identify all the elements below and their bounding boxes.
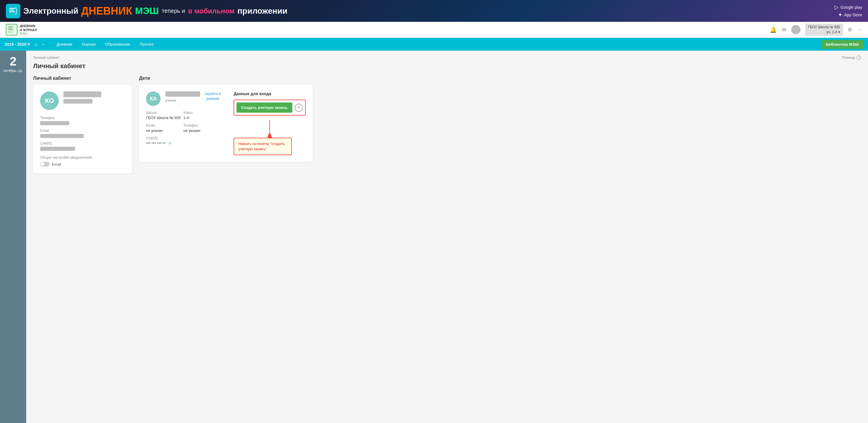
- snils-value-placeholder: [40, 147, 75, 151]
- diary-link[interactable]: перейти вдневник: [205, 91, 221, 101]
- home-icon[interactable]: ⌂: [34, 41, 37, 48]
- breadcrumb-text: Личный кабинет: [33, 56, 59, 60]
- bell-icon[interactable]: 🔔: [770, 26, 777, 33]
- child-info-grid: Школа ГБОУ Школа № 920 Класс 1-А Email н…: [146, 111, 221, 149]
- child-class-value: 1-А: [184, 116, 221, 120]
- school-info: ГБОУ Школа № 920 уч. 1-А ▾: [805, 24, 843, 36]
- nav: 2019 - 2020 ▾ ⌂ ← Дневник Оценки Образов…: [0, 38, 868, 51]
- help-icon: ?: [856, 55, 861, 60]
- google-play-icon: ▷: [835, 4, 839, 10]
- phone-value-placeholder: [40, 121, 69, 125]
- svg-text:МЭШ: МЭШ: [8, 31, 12, 33]
- toggle-row: Email: [40, 162, 125, 167]
- nav-other[interactable]: Прочее: [135, 38, 158, 51]
- toggle-knob: [40, 162, 44, 166]
- create-account-wrapper: Создать учетную запись ?: [234, 100, 306, 116]
- child-main-content: КА ученик перейти вдневник: [146, 91, 306, 155]
- banner-left: Электронный ДНЕВНИК МЭШ теперь и в мобил…: [6, 4, 287, 18]
- user-name-block: [63, 91, 125, 110]
- annotation-box: Нажать на кнопку "создать учетную запись…: [234, 138, 292, 155]
- main-content: Личный кабинет Помощь ? Личный кабинет Л…: [26, 51, 868, 423]
- question-button[interactable]: ?: [294, 104, 303, 112]
- svg-rect-1: [9, 9, 14, 10]
- cabinet-section-title: Личный кабинет: [33, 76, 132, 81]
- child-top: КА ученик перейти вдневник: [146, 91, 221, 106]
- class-label: уч. 1-А ▾: [808, 30, 840, 35]
- nav-grades[interactable]: Оценки: [77, 38, 100, 51]
- header-right: 🔔 ✉ ГБОУ Школа № 920 уч. 1-А ▾ ⚙ →: [770, 24, 862, 36]
- content-wrapper: 2 октябрь, ср. Личный кабинет Помощь ? Л…: [0, 51, 868, 423]
- child-snils-block: СНИЛС *** *** *** ** 👁: [146, 136, 184, 146]
- app-store-label: App Store: [844, 12, 862, 17]
- child-email-label: Email: [146, 123, 184, 128]
- child-snils-value: *** *** *** **: [146, 141, 165, 146]
- children-section-title: Дети: [139, 76, 313, 81]
- avatar: [791, 25, 801, 34]
- back-icon[interactable]: ←: [41, 41, 46, 48]
- arrow-line: [269, 120, 270, 132]
- svg-rect-3: [8, 27, 13, 27]
- exit-icon[interactable]: →: [857, 27, 862, 33]
- app-store-item[interactable]: ✦ App Store: [838, 12, 862, 18]
- child-email-block: Email не указан: [146, 123, 184, 133]
- annotation-container: Нажать на кнопку "создать учетную запись…: [234, 120, 306, 155]
- snils-label: СНИЛС: [40, 141, 125, 146]
- child-role: ученик: [165, 98, 200, 103]
- school-name: ГБОУ Школа № 920: [808, 25, 840, 30]
- banner: Электронный ДНЕВНИК МЭШ теперь и в мобил…: [0, 0, 868, 22]
- nav-education[interactable]: Образование: [100, 38, 135, 51]
- create-account-button[interactable]: Создать учетную запись: [237, 103, 292, 113]
- page-title: Личный кабинет: [33, 62, 861, 70]
- app-store-icon: ✦: [838, 12, 842, 18]
- svg-rect-0: [9, 8, 15, 9]
- notifications-section: Общие настройки уведомлений Email: [40, 156, 125, 167]
- sidebar: 2 октябрь, ср.: [0, 51, 26, 423]
- banner-text-mesh: МЭШ: [135, 5, 159, 16]
- google-play-item[interactable]: ▷ Google play: [835, 4, 862, 10]
- children-section: Дети КА ученик пе: [139, 76, 313, 173]
- notifications-label: Общие настройки уведомлений: [40, 156, 125, 160]
- sidebar-date: 2 октябрь, ср.: [3, 55, 23, 73]
- nav-year[interactable]: 2019 - 2020 ▾: [5, 42, 30, 47]
- banner-right: ▷ Google play ✦ App Store: [835, 4, 862, 18]
- child-phone-block: Телефон не указан: [184, 123, 221, 133]
- cabinet-top: КО: [40, 91, 125, 110]
- email-label: Email: [40, 129, 125, 133]
- help-label: Помощь: [842, 56, 855, 60]
- email-toggle[interactable]: [40, 162, 50, 167]
- two-col: Личный кабинет КО Телефон Email СНИЛС: [33, 76, 861, 173]
- help-link[interactable]: Помощь ?: [842, 55, 861, 60]
- nav-right: Библиотека МЭШ: [821, 40, 863, 49]
- logo-line2: И ЖУРНАЛ: [20, 28, 37, 32]
- library-button[interactable]: Библиотека МЭШ: [821, 40, 863, 49]
- child-left: КА ученик перейти вдневник: [146, 91, 221, 155]
- child-school-label: Школа: [146, 111, 184, 115]
- personal-cabinet-section: Личный кабинет КО Телефон Email СНИЛС: [33, 76, 132, 173]
- banner-text-electronic: Электронный: [23, 6, 78, 16]
- email-value-placeholder: [40, 134, 84, 138]
- breadcrumb: Личный кабинет Помощь ?: [33, 55, 861, 60]
- svg-rect-4: [8, 28, 12, 29]
- child-card: КА ученик перейти вдневник: [139, 84, 313, 162]
- nav-diary[interactable]: Дневник: [52, 38, 77, 51]
- gear-icon[interactable]: ⚙: [848, 27, 852, 33]
- banner-text-teper: теперь и: [162, 7, 185, 14]
- child-phone-label: Телефон: [184, 123, 221, 128]
- data-entry-title: Данные для входа: [234, 91, 306, 96]
- header: МЭШ ДНЕВНИК И ЖУРНАЛ МЭШ 🔔 ✉ ГБОУ Школа …: [0, 22, 868, 38]
- child-class-block: Класс 1-А: [184, 111, 221, 120]
- logo-text-block: ДНЕВНИК И ЖУРНАЛ МЭШ: [20, 24, 37, 35]
- child-school-block: Школа ГБОУ Школа № 920: [146, 111, 184, 120]
- phone-label: Телефон: [40, 116, 125, 120]
- logo-sub: МЭШ: [20, 32, 37, 35]
- cabinet-card: КО Телефон Email СНИЛС Общие настройки у…: [33, 84, 132, 173]
- eye-icon[interactable]: 👁: [168, 141, 172, 146]
- child-school-value: ГБОУ Школа № 920: [146, 116, 184, 120]
- mail-icon[interactable]: ✉: [782, 26, 786, 33]
- svg-rect-5: [8, 29, 13, 30]
- header-logo: МЭШ ДНЕВНИК И ЖУРНАЛ МЭШ: [6, 24, 37, 35]
- user-avatar: КО: [40, 91, 59, 110]
- child-snils-label: СНИЛС: [146, 136, 184, 140]
- child-name-placeholder: [165, 91, 200, 97]
- svg-rect-2: [9, 11, 15, 12]
